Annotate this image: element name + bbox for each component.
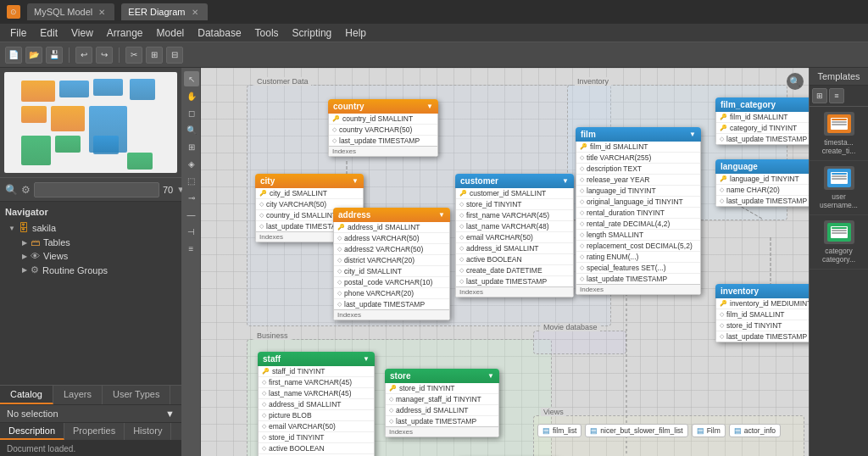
minimap[interactable] (0, 68, 181, 178)
nav-item-views[interactable]: ▶ 👁 Views (19, 249, 176, 263)
field-inv-film: ◇film_id SMALLINT (716, 309, 809, 320)
table-customer[interactable]: customer▼ 🔑customer_id SMALLINT ◇store_i… (455, 174, 574, 298)
table-body-inventory: 🔑inventory_id MEDIUMINT ◇film_id SMALLIN… (715, 298, 809, 342)
table-address[interactable]: address▼ 🔑address_id SMALLINT ◇address V… (333, 208, 450, 320)
status-text: Document loaded. (7, 444, 75, 453)
template-label-1: userusername... (820, 192, 858, 209)
toolbar-save[interactable]: 💾 (46, 47, 63, 64)
table-body-language: 🔑language_id TINYINT ◇name CHAR(20) ◇las… (715, 174, 809, 207)
search-input[interactable] (34, 182, 159, 197)
search-icon: 🔍 (5, 184, 18, 196)
field-film-repl-cost: ◇replacement_cost DECIMAL(5,2) (576, 241, 700, 252)
menu-model[interactable]: Model (150, 25, 192, 41)
table-header-address: address▼ (333, 208, 450, 222)
tab-history[interactable]: History (125, 423, 171, 440)
view-film[interactable]: ▤Film (692, 424, 726, 437)
tool-connect[interactable]: ⊸ (184, 190, 199, 205)
menu-arrange[interactable]: Arrange (100, 25, 150, 41)
table-staff[interactable]: staff▼ 🔑staff_id TINYINT ◇first_name VAR… (258, 352, 375, 456)
canvas-toolbar: ↖ ✋ ◻ 🔍 ⊞ ◈ ⬚ ⊸ — ⊣ ≡ (182, 68, 201, 456)
field-country-update: ◇last_update TIMESTAMP (329, 136, 437, 146)
field-staff-lname: ◇last_name VARCHAR(45) (259, 388, 374, 399)
toolbar-cut[interactable]: ✂ (125, 47, 142, 64)
template-icon-1 (824, 166, 854, 190)
canvas[interactable]: ↖ ✋ ◻ 🔍 ⊞ ◈ ⬚ ⊸ — ⊣ ≡ 🔍 Customer Data (182, 68, 809, 456)
menu-scripting[interactable]: Scripting (286, 25, 339, 41)
table-language[interactable]: language▼ 🔑language_id TINYINT ◇name CHA… (715, 159, 809, 207)
tool-group[interactable]: ⬚ (184, 173, 199, 188)
table-country[interactable]: country▼ 🔑country_id SMALLINT ◇country V… (328, 99, 438, 157)
tab-layers[interactable]: Layers (53, 386, 103, 404)
table-header-film-category: film_category▼ (715, 97, 809, 112)
tool-view[interactable]: ◈ (184, 156, 199, 171)
field-cust-fname: ◇first_name VARCHAR(45) (456, 210, 573, 221)
table-store[interactable]: store▼ 🔑store_id TINYINT ◇manager_staff_… (385, 369, 499, 437)
menu-database[interactable]: Database (191, 25, 248, 41)
table-inventory[interactable]: inventory▼ 🔑inventory_id MEDIUMINT ◇film… (715, 284, 809, 342)
tab-catalog[interactable]: Catalog (0, 386, 53, 404)
tool-1-n[interactable]: ⊣ (184, 224, 199, 239)
tool-eraser[interactable]: ◻ (184, 105, 199, 120)
table-film-category[interactable]: film_category▼ 🔑film_id SMALLINT 🔑catego… (715, 97, 809, 145)
tool-hand[interactable]: ✋ (184, 88, 199, 103)
canvas-area[interactable]: ↖ ✋ ◻ 🔍 ⊞ ◈ ⬚ ⊸ — ⊣ ≡ 🔍 Customer Data (182, 68, 809, 456)
no-selection-dropdown[interactable]: No selection ▼ (0, 405, 181, 423)
tab-properties[interactable]: Properties (64, 423, 125, 440)
toolbar-open[interactable]: 📂 (25, 47, 42, 64)
canvas-search-icon[interactable]: 🔍 (787, 73, 804, 90)
tool-nn[interactable]: ≡ (184, 241, 199, 256)
field-film-desc: ◇description TEXT (576, 164, 700, 175)
close-tab-mysql[interactable]: ✕ (96, 6, 108, 18)
nav-item-sakila[interactable]: ▼ 🗄 sakila (5, 220, 176, 236)
template-item-0[interactable]: timesta...create_ti... (810, 107, 868, 161)
template-label-2: categorycategory... (822, 247, 855, 264)
table-body-address: 🔑address_id SMALLINT ◇address VARCHAR(50… (333, 222, 450, 310)
field-store-update: ◇last_update TIMESTAMP (386, 416, 498, 426)
toolbar-paste[interactable]: ⊟ (166, 47, 183, 64)
menu-help[interactable]: Help (338, 25, 373, 41)
close-tab-eer[interactable]: ✕ (189, 6, 201, 18)
view-nicer-film[interactable]: ▤nicer_but_slower_film_list (585, 424, 687, 437)
menu-view[interactable]: View (64, 25, 100, 41)
view-film-list[interactable]: ▤film_list (537, 424, 581, 437)
field-fc-film-id: 🔑film_id SMALLINT (716, 112, 809, 123)
menu-tools[interactable]: Tools (248, 25, 286, 41)
tool-pointer[interactable]: ↖ (184, 71, 199, 86)
table-film[interactable]: film▼ 🔑film_id SMALLINT ◇title VARCHAR(2… (576, 127, 701, 295)
toolbar-undo[interactable]: ↩ (75, 47, 92, 64)
toolbar-new[interactable]: 📄 (5, 47, 22, 64)
toolbar-copy[interactable]: ⊞ (146, 47, 163, 64)
table-header-store: store▼ (385, 369, 499, 383)
left-panel: 🔍 ⚙ 70 ▼ Navigator ▼ 🗄 sakila ▶ 🗃 Tables (0, 68, 182, 456)
view-actor-info[interactable]: ▤actor_info (729, 424, 781, 437)
template-item-2[interactable]: categorycategory... (810, 215, 868, 270)
field-film-special: ◇special_features SET(...) (576, 263, 700, 274)
tab-user-types[interactable]: User Types (103, 386, 170, 404)
field-inv-update: ◇last_update TIMESTAMP (716, 331, 809, 342)
nav-item-routine-groups[interactable]: ▶ ⚙ Routine Groups (19, 263, 176, 277)
templates-view-btn[interactable]: ⊞ (812, 88, 827, 103)
template-item-1[interactable]: userusername... (810, 161, 868, 215)
menu-edit[interactable]: Edit (33, 25, 64, 41)
field-inv-store: ◇store_id TINYINT (716, 320, 809, 331)
templates-list-btn[interactable]: ≡ (829, 88, 844, 103)
tool-1-1[interactable]: — (184, 207, 199, 222)
table-header-language: language▼ (715, 159, 809, 174)
tool-table[interactable]: ⊞ (184, 139, 199, 154)
field-cust-addr: ◇address_id SMALLINT (456, 243, 573, 254)
menu-file[interactable]: File (3, 25, 33, 41)
status-bar: Document loaded. (0, 441, 181, 456)
filter-icon: ⚙ (21, 184, 31, 196)
nav-item-tables[interactable]: ▶ 🗃 Tables (19, 236, 176, 249)
field-cust-active: ◇active BOOLEAN (456, 254, 573, 265)
toolbar-redo[interactable]: ↪ (96, 47, 113, 64)
group-movie-database: Movie database (533, 331, 626, 354)
tab-eer-diagram[interactable]: EER Diagram ✕ (121, 3, 207, 20)
tab-mysql-model[interactable]: MySQL Model ✕ (27, 3, 114, 20)
tab-description[interactable]: Description (0, 423, 64, 440)
field-cust-lname: ◇last_name VARCHAR(48) (456, 221, 573, 232)
table-footer-address: Indexes (333, 310, 450, 320)
tool-zoom[interactable]: 🔍 (184, 122, 199, 137)
panel-tabs: Catalog Layers User Types (0, 385, 181, 405)
field-store-mgr: ◇manager_staff_id TINYINT (386, 394, 498, 405)
